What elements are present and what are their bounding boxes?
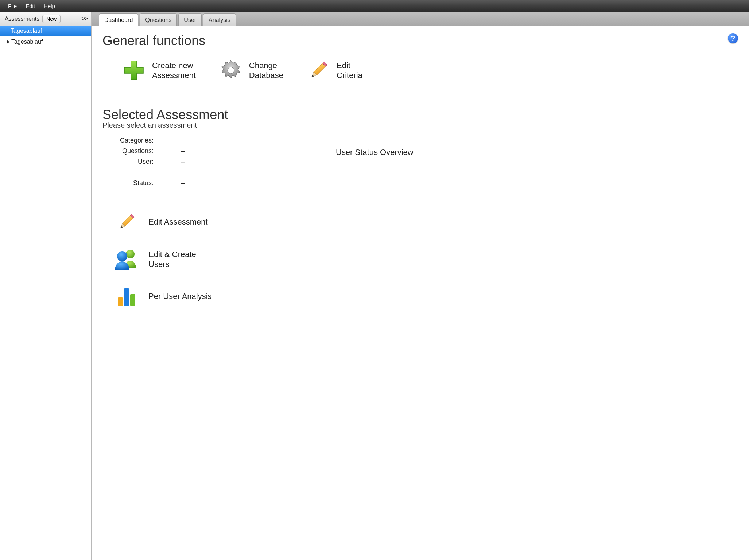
edit-users-label: Edit & CreateUsers — [148, 249, 196, 269]
bar-chart-icon — [113, 283, 140, 310]
svg-point-0 — [228, 67, 234, 74]
per-user-analysis-label: Per User Analysis — [148, 291, 212, 302]
pencil-icon — [113, 209, 140, 235]
create-assessment-label: Create newAssessment — [152, 61, 196, 81]
pencil-icon — [305, 57, 331, 83]
sidebar-header: Assessments New >> — [0, 12, 91, 26]
edit-criteria-button[interactable]: EditCriteria — [305, 57, 362, 83]
sidebar-title: Assessments — [5, 16, 39, 22]
content: ? General functions Create newAssessment — [92, 26, 749, 560]
tabstrip: Dashboard Questions User Analysis — [92, 12, 749, 26]
stat-questions-label: Questions: — [110, 147, 154, 155]
user-status-overview-heading: User Status Overview — [336, 148, 414, 157]
edit-users-button[interactable]: Edit & CreateUsers — [113, 246, 307, 272]
svg-point-10 — [117, 251, 127, 261]
svg-rect-12 — [124, 288, 129, 306]
stat-user-label: User: — [110, 158, 154, 166]
menu-help[interactable]: Help — [39, 3, 59, 9]
stat-row-user: User: – — [110, 158, 307, 166]
tree-item-child[interactable]: Tagesablauf — [0, 36, 91, 47]
edit-assessment-label: Edit Assessment — [148, 217, 208, 227]
stat-user-value: – — [154, 158, 212, 166]
sidebar-collapse-icon[interactable]: >> — [80, 15, 88, 23]
stat-row-questions: Questions: – — [110, 147, 307, 155]
stat-categories-value: – — [154, 137, 212, 144]
stat-row-categories: Categories: – — [110, 137, 307, 144]
stat-status-label: Status: — [110, 179, 154, 187]
tab-questions[interactable]: Questions — [140, 13, 177, 26]
per-user-analysis-button[interactable]: Per User Analysis — [113, 283, 307, 310]
svg-rect-11 — [118, 297, 123, 306]
divider — [102, 98, 738, 98]
plus-icon — [121, 57, 147, 83]
triangle-right-icon — [7, 40, 9, 44]
tab-user[interactable]: User — [178, 13, 202, 26]
edit-assessment-button[interactable]: Edit Assessment — [113, 209, 307, 235]
change-database-button[interactable]: ChangeDatabase — [218, 57, 283, 83]
stat-row-status: Status: – — [110, 179, 307, 187]
tab-analysis[interactable]: Analysis — [203, 13, 236, 26]
stat-categories-label: Categories: — [110, 137, 154, 144]
sidebar-tree: Tagesablauf Tagesablauf — [0, 26, 91, 560]
change-database-label: ChangeDatabase — [249, 61, 283, 81]
menu-edit[interactable]: Edit — [21, 3, 39, 9]
menubar: File Edit Help — [0, 0, 749, 12]
tree-item-root[interactable]: Tagesablauf — [0, 26, 91, 36]
create-assessment-button[interactable]: Create newAssessment — [121, 57, 196, 83]
stat-status-value: – — [154, 179, 212, 187]
sidebar: Assessments New >> Tagesablauf Tagesabla… — [0, 12, 92, 560]
tree-item-child-label: Tagesablauf — [11, 39, 43, 45]
help-icon[interactable]: ? — [728, 33, 738, 43]
assessment-actions: Edit Assessment — [113, 209, 307, 310]
users-icon — [113, 246, 140, 272]
stats-block: Categories: – Questions: – User: – — [110, 137, 307, 187]
edit-criteria-label: EditCriteria — [337, 61, 362, 81]
new-assessment-button[interactable]: New — [42, 15, 61, 23]
svg-rect-13 — [130, 294, 135, 306]
general-functions-heading: General functions — [102, 33, 738, 48]
main-panel: Dashboard Questions User Analysis ? Gene… — [92, 12, 749, 560]
general-functions-row: Create newAssessment — [121, 57, 738, 83]
tab-dashboard[interactable]: Dashboard — [99, 13, 138, 26]
gear-icon — [218, 57, 244, 83]
menu-file[interactable]: File — [4, 3, 21, 9]
selected-assessment-heading: Selected Assessment — [102, 107, 738, 122]
stat-questions-value: – — [154, 147, 212, 155]
